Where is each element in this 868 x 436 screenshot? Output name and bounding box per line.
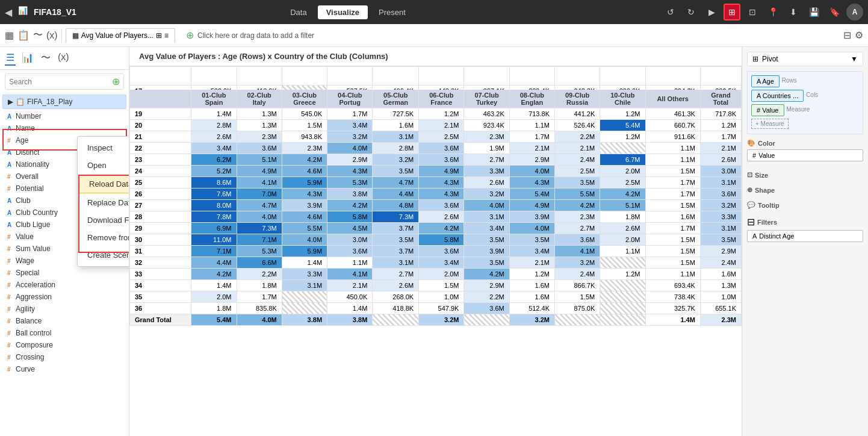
table-cell: 418.8K: [373, 303, 419, 314]
field-item[interactable]: #Crossing: [0, 351, 129, 363]
field-name: Club Ligue: [16, 220, 50, 229]
field-item[interactable]: #Special: [0, 267, 129, 279]
undo-button[interactable]: ↺: [662, 4, 679, 20]
table-cell: 727.5K: [373, 108, 419, 120]
field-item[interactable]: ANumber: [0, 110, 129, 122]
table-cell: 5.4M: [509, 188, 554, 200]
table-cell: 3.6M: [700, 188, 741, 200]
table-cell: 4.3M: [327, 166, 373, 177]
row-age-label: 27: [130, 200, 191, 211]
table-cell: 3.5M: [373, 234, 419, 246]
context-scenario[interactable]: Create Scenario...: [78, 246, 129, 264]
th-russia: 09-ClubRussia: [555, 89, 600, 108]
filter-chip-distinct-age[interactable]: A Distinct Age: [747, 230, 863, 242]
context-remove[interactable]: Remove from Workbook: [78, 229, 129, 246]
table-cell: 1.0M: [700, 291, 741, 303]
save-button[interactable]: 💾: [805, 4, 822, 20]
row-age-label: 25: [130, 177, 191, 188]
pivot-dropdown-icon[interactable]: ▼: [851, 55, 858, 63]
table-cell: 3.3M: [700, 211, 741, 223]
sidebar-tab-tilde[interactable]: 〜: [40, 51, 52, 66]
nav-present[interactable]: Present: [370, 5, 414, 19]
table-cell: 3.1M: [464, 211, 509, 223]
size-section: ⊡ Size: [747, 171, 863, 181]
rows-chip[interactable]: A Age: [751, 75, 780, 87]
table-cell: 2.0M: [600, 234, 645, 246]
sheet-tab-main[interactable]: ▦ Avg Value of Players... ⊞ ≡: [66, 28, 175, 43]
table-cell: [600, 303, 645, 314]
add-field-icon[interactable]: ⊕: [112, 76, 120, 87]
value-chip[interactable]: # Value: [751, 104, 784, 116]
table-cell: 693.4K: [645, 280, 700, 291]
context-inspect[interactable]: Inspect: [78, 139, 129, 157]
table-cell: 4.3M: [419, 188, 464, 200]
nav-visualize[interactable]: Visualize: [318, 5, 368, 19]
table-cell: 1.1M: [600, 246, 645, 257]
search-input[interactable]: [9, 78, 110, 86]
table-cell: 5.3M: [237, 246, 282, 257]
context-open[interactable]: Open: [78, 157, 129, 174]
row-age-label: 34: [130, 280, 191, 291]
table-cell: 4.4M: [373, 188, 419, 200]
field-type-icon: #: [7, 185, 13, 192]
field-item[interactable]: AName: [0, 122, 129, 134]
table-cell: 2.9M: [327, 154, 373, 166]
table-cell: 7.1M: [191, 246, 237, 257]
field-type-icon: #: [7, 258, 13, 264]
table-cell: 4.9M: [419, 166, 464, 177]
sidebar-tab-param[interactable]: (x): [57, 51, 70, 66]
color-chip[interactable]: # Value: [747, 149, 863, 161]
table-cell: 6.2M: [191, 154, 237, 166]
table-row: 3011.0M7.1M4.0M3.0M3.5M5.8M3.5M3.5M3.6M2…: [130, 234, 742, 246]
th-spain: 01-ClubSpain: [191, 89, 237, 108]
table-cell: 1.7M: [509, 131, 554, 143]
table-cell: 7.3M: [373, 211, 419, 223]
field-item[interactable]: #Agility: [0, 303, 129, 315]
settings-icon[interactable]: ⚙: [855, 30, 863, 41]
present-mode-button[interactable]: ⊞: [724, 4, 740, 20]
row-age-label: 21: [130, 131, 191, 143]
table-cell: 2.2M: [237, 269, 282, 280]
field-item[interactable]: #Balance: [0, 315, 129, 327]
context-reload[interactable]: Reload Data: [79, 175, 129, 193]
filter-icon[interactable]: ⊟: [843, 30, 851, 41]
data-source-item[interactable]: ▶ 📋 FIFA_18_Play: [2, 95, 126, 109]
table-cell: 3.5M: [555, 177, 600, 188]
back-button[interactable]: ◀: [5, 7, 12, 18]
cols-chip[interactable]: A Countries ...: [751, 90, 804, 102]
table-cell: 3.7M: [373, 223, 419, 234]
table-cell: 5.5M: [555, 188, 600, 200]
sidebar-tab-chart[interactable]: 📊: [20, 51, 35, 66]
field-item[interactable]: #Ball control: [0, 327, 129, 339]
shape-section: ⊕ Shape: [747, 186, 863, 196]
redo-button[interactable]: ↻: [683, 4, 699, 20]
table-row: 317.1M5.3M5.9M3.6M3.7M3.6M3.9M3.4M4.1M1.…: [130, 246, 742, 257]
context-replace[interactable]: Replace Dataset...: [78, 194, 129, 211]
bookmark-button[interactable]: 🔖: [826, 4, 843, 20]
map-button[interactable]: 📍: [764, 4, 781, 20]
layout-button[interactable]: ⊡: [744, 4, 761, 20]
field-item[interactable]: #Curve: [0, 363, 129, 375]
add-measure-button[interactable]: + Measure: [751, 119, 789, 129]
table-row: 324.4M6.6M1.4M1.1M3.1M3.4M3.5M2.1M3.2M1.…: [130, 257, 742, 269]
th-englan: 08-ClubEnglan: [509, 89, 554, 108]
nav-data[interactable]: Data: [282, 5, 315, 19]
topbar-nav: Data Visualize Present: [282, 5, 414, 19]
field-item[interactable]: #Aggression: [0, 291, 129, 303]
table-row: 296.9M7.3M5.5M4.5M3.7M4.2M3.4M4.0M2.7M2.…: [130, 223, 742, 234]
table-cell: 7.3M: [237, 223, 282, 234]
table-cell: 1.6M: [509, 291, 554, 303]
field-item[interactable]: #Composure: [0, 339, 129, 351]
field-name: Crossing: [16, 353, 44, 361]
field-item[interactable]: #Acceleration: [0, 279, 129, 291]
secondbar: ▦ 📋 〜 (x) ▦ Avg Value of Players... ⊞ ≡ …: [0, 24, 868, 47]
play-button[interactable]: ▶: [703, 4, 720, 20]
context-download[interactable]: Download File: [78, 211, 129, 229]
sidebar-tab-data[interactable]: ☰: [5, 51, 16, 66]
user-avatar[interactable]: A: [846, 4, 863, 20]
color-section: 🎨 Color # Value: [747, 139, 863, 161]
tooltip-icon: 💬: [747, 201, 755, 209]
download-button[interactable]: ⬇: [785, 4, 802, 20]
add-filter-icon[interactable]: ⊕: [186, 30, 194, 41]
table-cell: 1.8M: [600, 211, 645, 223]
